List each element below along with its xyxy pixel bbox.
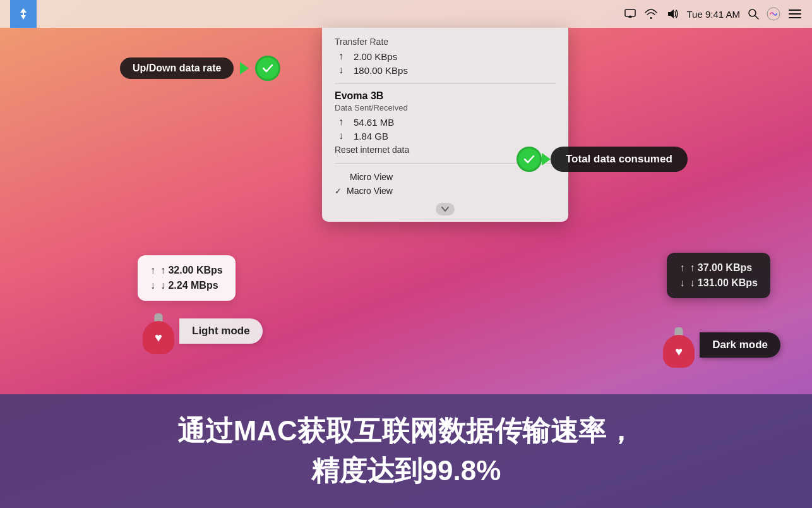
macro-checkmark-icon: ✓: [335, 186, 342, 196]
time-display: Tue 9:41 AM: [687, 9, 741, 20]
updown-label-text: Up/Down data rate: [133, 63, 221, 74]
dropdown-expand-button[interactable]: [436, 203, 455, 215]
divider-1: [335, 83, 556, 84]
menu-icon[interactable]: [788, 8, 802, 20]
data-received-value: 1.84 GB: [354, 131, 388, 142]
total-data-pill: Total data consumed: [551, 147, 688, 172]
upload-rate-row: ↑ 2.00 KBps: [335, 49, 556, 63]
transfer-rate-label: Transfer Rate: [335, 37, 556, 47]
badge-arrow: [240, 62, 249, 75]
dark-mode-pill: Dark mode: [700, 332, 780, 358]
dark-download-row: ↓ ↓ 131.00 KBps: [679, 275, 758, 291]
total-data-text: Total data consumed: [566, 153, 672, 165]
updown-pill: Up/Down data rate: [120, 57, 234, 79]
upload-rate-value: 2.00 KBps: [354, 51, 397, 62]
svg-point-1: [749, 9, 756, 16]
speed-box-light: ↑ ↑ 32.00 KBps ↓ ↓ 2.24 MBps: [138, 255, 236, 301]
macro-view-label: Macro View: [347, 186, 393, 196]
light-mode-icon-container: ♥: [138, 308, 179, 354]
dark-mode-icon-container: ♥: [658, 322, 700, 368]
dark-upload-arrow: ↑: [679, 260, 684, 275]
dropdown-menu: Transfer Rate ↑ 2.00 KBps ↓ 180.00 KBps …: [322, 28, 568, 222]
dark-mode-heart-icon: ♥: [675, 345, 683, 358]
transfer-rate-section: Transfer Rate ↑ 2.00 KBps ↓ 180.00 KBps: [322, 37, 568, 77]
dark-mode-label: Dark mode: [712, 339, 768, 351]
dark-mode-body: ♥: [663, 335, 695, 368]
siri-icon[interactable]: [767, 7, 780, 21]
light-mode-heart-icon: ♥: [155, 331, 162, 344]
device-name: Evoma 3B: [335, 90, 556, 102]
light-upload-arrow: ↑: [150, 263, 155, 278]
dark-mode-widget: ♥ Dark mode: [658, 322, 780, 368]
light-download-value: ↓ 2.24 MBps: [160, 278, 218, 293]
dark-upload-value: ↑ 37.00 KBps: [690, 260, 752, 275]
download-arrow-icon: ↓: [335, 64, 347, 76]
svg-line-2: [755, 16, 758, 19]
dark-download-value: ↓ 131.00 KBps: [690, 275, 758, 291]
light-mode-pill: Light mode: [179, 318, 263, 344]
volume-icon[interactable]: [666, 8, 679, 20]
total-data-green-badge: [516, 147, 542, 172]
micro-view-label: Micro View: [350, 172, 393, 182]
data-received-row: ↓ 1.84 GB: [335, 129, 556, 143]
bottom-section: 通过MAC获取互联网数据传输速率， 精度达到99.8%: [0, 394, 812, 508]
netspeed-menubar-icon[interactable]: [10, 0, 37, 28]
data-sent-received-label: Data Sent/Received: [335, 103, 556, 112]
download-rate-value: 180.00 KBps: [354, 65, 408, 76]
total-badge-arrow: [542, 153, 551, 166]
upload-arrow-icon: ↑: [335, 51, 347, 62]
view-section: Micro View ✓ Macro View: [322, 170, 568, 198]
airplay-icon[interactable]: [624, 9, 636, 19]
light-download-row: ↓ ↓ 2.24 MBps: [150, 278, 223, 293]
menubar-right: Tue 9:41 AM: [624, 7, 803, 21]
dark-upload-row: ↑ ↑ 37.00 KBps: [679, 260, 758, 275]
macro-view-item[interactable]: ✓ Macro View: [335, 184, 556, 198]
bottom-line2: 精度达到99.8%: [311, 452, 501, 490]
search-icon[interactable]: [748, 8, 759, 20]
updown-label-group: Up/Down data rate: [120, 56, 280, 81]
menubar-left: [10, 0, 37, 28]
data-sent-row: ↑ 54.61 MB: [335, 115, 556, 129]
light-upload-value: ↑ 32.00 KBps: [160, 263, 223, 278]
dropdown-bottom: [322, 198, 568, 219]
light-mode-label: Light mode: [192, 325, 250, 337]
menubar: Tue 9:41 AM: [0, 0, 812, 28]
data-sent-value: 54.61 MB: [354, 117, 394, 128]
light-download-arrow: ↓: [150, 278, 155, 293]
download-data-icon: ↓: [335, 130, 347, 142]
download-rate-row: ↓ 180.00 KBps: [335, 63, 556, 77]
wifi-icon[interactable]: [644, 8, 658, 20]
light-upload-row: ↑ ↑ 32.00 KBps: [150, 263, 223, 278]
micro-view-item[interactable]: Micro View: [335, 170, 556, 184]
dark-download-arrow: ↓: [679, 275, 684, 291]
upload-data-icon: ↑: [335, 116, 347, 128]
updown-green-badge: [255, 56, 280, 81]
speed-box-dark: ↑ ↑ 37.00 KBps ↓ ↓ 131.00 KBps: [667, 253, 770, 298]
light-mode-body: ♥: [143, 321, 174, 354]
bottom-line1: 通过MAC获取互联网数据传输速率，: [177, 413, 635, 450]
light-mode-widget: ♥ Light mode: [138, 308, 263, 354]
total-data-label-group: Total data consumed: [516, 147, 688, 172]
